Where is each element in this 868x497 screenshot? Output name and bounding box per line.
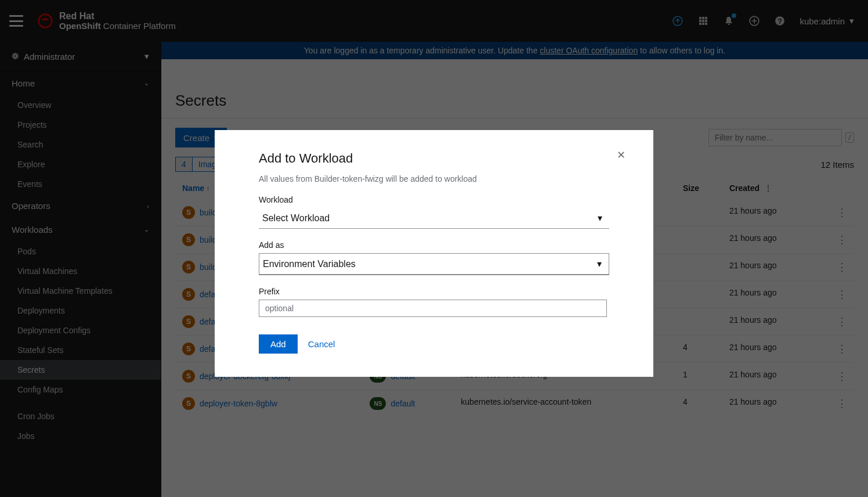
modal-overlay[interactable]: ✕ Add to Workload All values from Builde… [0,0,868,497]
add-as-label: Add as [259,240,609,250]
add-to-workload-modal: ✕ Add to Workload All values from Builde… [215,130,653,377]
prefix-input[interactable] [259,300,607,317]
caret-down-icon: ▾ [598,213,602,224]
add-button[interactable]: Add [259,334,298,354]
modal-title: Add to Workload [259,151,609,166]
prefix-label: Prefix [259,287,609,296]
workload-label: Workload [259,195,609,204]
caret-down-icon: ▾ [597,258,602,269]
modal-description: All values from Builder-token-fwizg will… [259,174,609,183]
cancel-button[interactable]: Cancel [308,339,335,349]
add-as-select[interactable]: Environment Variables▾ [259,253,609,275]
close-button[interactable]: ✕ [617,149,625,161]
workload-select[interactable]: Select Workload▾ [259,208,609,229]
